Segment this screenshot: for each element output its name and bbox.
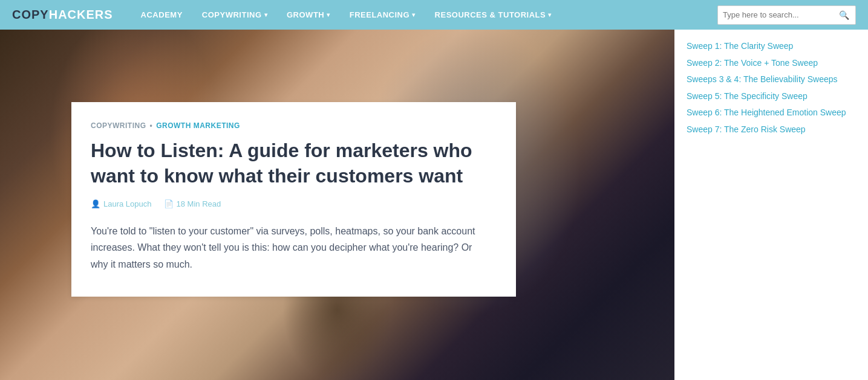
- content-area: COPYWRITING • GROWTH MARKETING How to Li…: [0, 30, 674, 380]
- category-growth[interactable]: GROWTH MARKETING: [156, 121, 240, 130]
- article-title: How to Listen: A guide for marketers who…: [91, 138, 492, 188]
- search-icon: 🔍: [839, 10, 849, 20]
- main-layout: COPYWRITING • GROWTH MARKETING How to Li…: [0, 30, 868, 380]
- search-button[interactable]: 🔍: [838, 10, 850, 20]
- category-copywriting[interactable]: COPYWRITING: [91, 121, 146, 130]
- author-icon: 👤: [91, 199, 100, 208]
- sidebar-link-sweeps34[interactable]: Sweeps 3 & 4: The Believability Sweeps: [687, 74, 856, 86]
- chevron-down-icon: ▾: [264, 11, 268, 18]
- category-separator: •: [150, 121, 153, 130]
- sidebar: Sweep 1: The Clarity Sweep Sweep 2: The …: [674, 30, 868, 380]
- sidebar-link-sweep1[interactable]: Sweep 1: The Clarity Sweep: [687, 40, 856, 53]
- article-card: COPYWRITING • GROWTH MARKETING How to Li…: [71, 102, 516, 297]
- sidebar-link-sweep5[interactable]: Sweep 5: The Specificity Sweep: [687, 91, 856, 103]
- search-input[interactable]: [723, 10, 838, 19]
- logo-copy: COPY: [12, 8, 49, 21]
- nav-growth[interactable]: GROWTH ▾: [277, 0, 340, 30]
- article-author[interactable]: 👤 Laura Lopuch: [91, 199, 152, 208]
- read-time-icon: 📄: [164, 199, 174, 208]
- logo[interactable]: COPYHACKERS: [12, 8, 113, 22]
- sidebar-links: Sweep 1: The Clarity Sweep Sweep 2: The …: [687, 36, 856, 136]
- nav-resources-tutorials[interactable]: RESOURCES & TUTORIALS ▾: [425, 0, 561, 30]
- search-box: 🔍: [717, 5, 856, 25]
- chevron-down-icon: ▾: [548, 11, 552, 18]
- author-name: Laura Lopuch: [103, 199, 152, 208]
- nav-copywriting[interactable]: COPYWRITING ▾: [192, 0, 277, 30]
- sidebar-link-sweep7[interactable]: Sweep 7: The Zero Risk Sweep: [687, 124, 856, 136]
- sidebar-link-sweep2[interactable]: Sweep 2: The Voice + Tone Sweep: [687, 57, 856, 69]
- sidebar-link-sweep6[interactable]: Sweep 6: The Heightened Emotion Sweep: [687, 107, 856, 119]
- article-read-time: 📄 18 Min Read: [164, 199, 221, 208]
- read-time-label: 18 Min Read: [177, 199, 221, 208]
- header: COPYHACKERS ACADEMY COPYWRITING ▾ GROWTH…: [0, 0, 868, 30]
- logo-hackers: HACKERS: [49, 8, 113, 21]
- article-categories: COPYWRITING • GROWTH MARKETING: [91, 121, 492, 130]
- article-meta: 👤 Laura Lopuch 📄 18 Min Read: [91, 199, 492, 208]
- article-excerpt: You're told to "listen to your customer"…: [91, 223, 492, 272]
- chevron-down-icon: ▾: [412, 11, 416, 18]
- nav-freelancing[interactable]: FREELANCING ▾: [340, 0, 425, 30]
- nav-academy[interactable]: ACADEMY: [131, 0, 192, 30]
- main-nav: ACADEMY COPYWRITING ▾ GROWTH ▾ FREELANCI…: [131, 0, 717, 30]
- chevron-down-icon: ▾: [327, 11, 330, 18]
